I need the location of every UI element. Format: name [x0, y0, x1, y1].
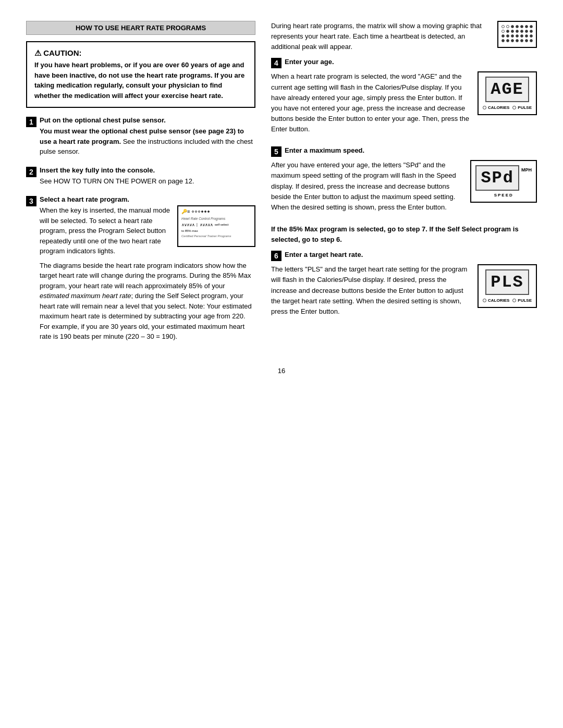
step-5-inner: After you have entered your age, the let…	[271, 160, 537, 216]
step-number-2: 2	[26, 167, 36, 177]
step-3-inner: When the key is inserted, the manual mod…	[40, 205, 255, 256]
step-4-inner: When a heart rate program is selected, t…	[271, 71, 537, 138]
right-column: During heart rate programs, the matrix w…	[271, 21, 537, 351]
step-4-text: When a heart rate program is selected, t…	[271, 71, 470, 138]
step-2-content: Insert the key fully into the console. S…	[40, 166, 255, 190]
step-4-display: AGE CALORIES PULSE	[478, 71, 537, 115]
age-display: AGE	[485, 77, 529, 102]
step-1-body: You must wear the optional chest pulse s…	[40, 126, 255, 157]
page-number: 16	[26, 367, 537, 375]
step-1-title: Put on the optional chest pulse sensor.	[40, 116, 255, 124]
caution-box: ⚠ CAUTION: If you have heart problems, o…	[26, 41, 255, 108]
step-6-inner: The letters "PLS" and the target heart r…	[271, 264, 537, 320]
step-3-content: Select a heart rate program. When the ke…	[40, 195, 255, 345]
matrix-display	[497, 21, 537, 48]
certified-label: Certified Personal Trainer Programs	[181, 234, 251, 238]
step-4-title: Enter your age.	[285, 58, 334, 66]
calories-indicator-2: CALORIES	[483, 298, 509, 303]
to-85-max-label: to 85% max	[181, 229, 251, 233]
step-number-6: 6	[271, 251, 282, 261]
caution-body: If you have heart problems, or if you ar…	[34, 60, 247, 101]
step-1: 1 Put on the optional chest pulse sensor…	[26, 116, 255, 160]
speed-label: SPEED	[475, 193, 532, 198]
caution-bold-label: CAUTION:	[43, 48, 81, 57]
caution-title: ⚠ CAUTION:	[34, 48, 247, 58]
wave-pattern: ∧∨∧∨∧	[181, 222, 194, 228]
step-3-body-after: The diagrams beside the heart rate progr…	[40, 261, 255, 342]
self-select-label: self select	[215, 223, 229, 227]
step-5-display: SPd MPH SPEED	[470, 160, 537, 203]
pulse-indicator: PULSE	[512, 105, 532, 110]
step-3-title: Select a heart rate program.	[40, 195, 255, 203]
step-number-4: 4	[271, 58, 282, 68]
step-2-title: Insert the key fully into the console.	[40, 166, 255, 174]
step-6-display: PLS CALORIES PULSE	[478, 264, 537, 308]
step-2-body: See HOW TO TURN ON THE POWER on page 12.	[40, 176, 255, 187]
caution-icon: ⚠	[34, 48, 41, 57]
mph-label: MPH	[521, 167, 532, 172]
step-6-title: Enter a target heart rate.	[285, 251, 363, 258]
step-3: 3 Select a heart rate program. When the …	[26, 195, 255, 345]
step-5-text: After you have entered your age, the let…	[271, 160, 463, 216]
step-4: 4 Enter your age. When a heart rate prog…	[271, 57, 537, 138]
intro-section: During heart rate programs, the matrix w…	[271, 21, 537, 57]
step-number-5: 5	[271, 146, 282, 157]
spd-display: SPd	[475, 165, 519, 191]
step-number-1: 1	[26, 117, 36, 127]
bold-step-text: If the 85% Max program is selected, go t…	[271, 224, 537, 245]
heart-rate-label: Heart Rate Control Programs	[181, 216, 251, 221]
step-5-title: Enter a maximum speed.	[285, 146, 364, 154]
pls-display: PLS	[485, 269, 529, 295]
step-2: 2 Insert the key fully into the console.…	[26, 166, 255, 190]
wave-pattern-2: ∧∨∧∨∧	[200, 222, 213, 228]
section-header: HOW TO USE HEART RATE PROGRAMS	[26, 21, 255, 35]
calories-indicator: CALORIES	[483, 105, 509, 110]
console-diagram: 🔑≡ Heart Rate Control Programs ∧∨∧∨∧	[177, 205, 255, 247]
step-3-text: When the key is inserted, the manual mod…	[40, 205, 171, 256]
step-5: 5 Enter a maximum speed. After you have …	[271, 146, 537, 216]
step-number-3: 3	[26, 196, 36, 206]
left-column: HOW TO USE HEART RATE PROGRAMS ⚠ CAUTION…	[26, 21, 255, 351]
step-6: 6 Enter a target heart rate. The letters…	[271, 250, 537, 320]
pulse-indicator-2: PULSE	[512, 298, 532, 303]
step-3-console-image: 🔑≡ Heart Rate Control Programs ∧∨∧∨∧	[177, 205, 255, 247]
step-6-text: The letters "PLS" and the target heart r…	[271, 264, 470, 320]
step-1-content: Put on the optional chest pulse sensor. …	[40, 116, 255, 160]
